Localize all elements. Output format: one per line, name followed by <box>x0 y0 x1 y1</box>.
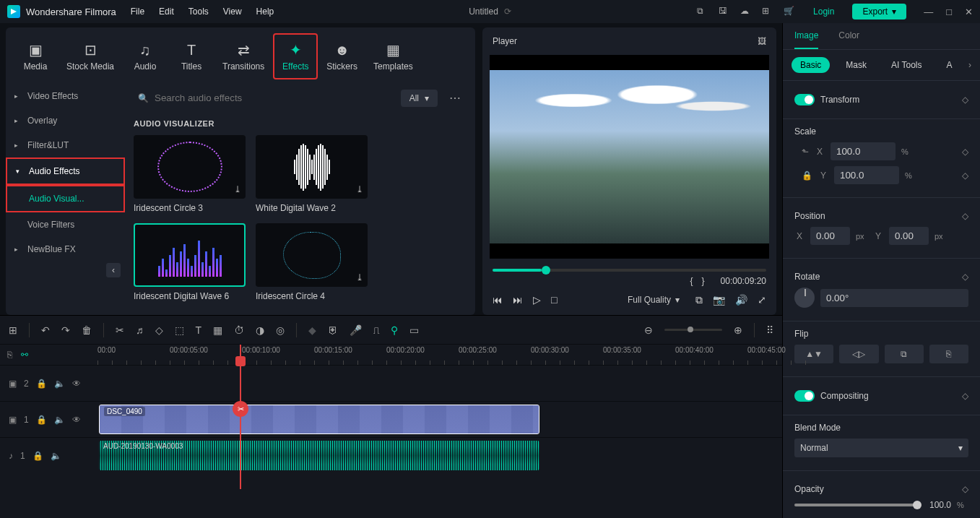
mute-icon[interactable]: 🔈 <box>54 379 65 389</box>
track-lane-video-1[interactable]: DSC_0490 <box>97 402 782 437</box>
display-icon[interactable]: ⧉ <box>695 294 703 306</box>
text-tool-icon[interactable]: T <box>196 324 202 336</box>
color-icon[interactable]: ◑ <box>256 324 264 336</box>
playhead[interactable]: ✂ <box>240 345 241 489</box>
login-button[interactable]: Login <box>805 3 842 20</box>
crop-icon[interactable]: ⬚ <box>175 324 184 336</box>
close-button[interactable]: ✕ <box>965 7 973 17</box>
marker-out[interactable]: } <box>702 276 705 286</box>
cloud-icon[interactable]: ☁ <box>740 6 752 17</box>
menu-view[interactable]: View <box>223 7 242 17</box>
sidebar-item-audio-effects[interactable]: ▾Audio Effects <box>6 157 125 185</box>
playback-slider[interactable] <box>493 269 766 272</box>
keyframe-icon[interactable]: ◇ <box>962 147 968 157</box>
device-icon[interactable]: ⧉ <box>697 6 708 17</box>
enhance-icon[interactable]: ◎ <box>276 324 285 336</box>
keyframe-icon[interactable]: ◇ <box>962 95 968 105</box>
download-icon[interactable]: ⤓ <box>356 184 363 194</box>
zoom-out-button[interactable]: ⊖ <box>644 324 653 336</box>
marker-tool-icon[interactable]: ◆ <box>308 324 316 336</box>
sidebar-item-newblue-fx[interactable]: ▸NewBlue FX <box>6 237 125 262</box>
flip-vertical-button[interactable]: ◁▷ <box>839 345 878 363</box>
download-icon[interactable]: ⤓ <box>234 184 241 194</box>
visibility-icon[interactable]: 👁 <box>72 415 81 425</box>
menu-file[interactable]: File <box>131 7 144 17</box>
redo-button[interactable]: ↷ <box>61 324 70 336</box>
copy-button[interactable]: ⧉ <box>885 345 924 363</box>
delete-button[interactable]: 🗑 <box>82 324 92 336</box>
camera-icon[interactable]: 📷 <box>713 294 725 306</box>
cloud-sync-icon[interactable]: ⟳ <box>504 7 511 17</box>
timeline-options-icon[interactable]: ⎘ <box>7 350 12 360</box>
rotate-input[interactable] <box>820 289 968 307</box>
quality-dropdown[interactable]: Full Quality▾ <box>622 292 685 308</box>
lock-icon[interactable]: 🔒 <box>32 451 43 461</box>
track-lane-video-2[interactable] <box>97 366 782 401</box>
search-input[interactable] <box>155 92 389 103</box>
scroll-tabs-right-icon[interactable]: › <box>968 60 971 70</box>
collapse-sidebar-button[interactable]: ‹ <box>106 263 121 277</box>
cut-button[interactable]: ✂ <box>116 324 124 336</box>
effect-card[interactable]: ⤓ Iridescent Circle 3 <box>134 135 246 213</box>
tag-icon[interactable]: ◇ <box>155 324 163 336</box>
menu-tools[interactable]: Tools <box>188 7 209 17</box>
tab-effects[interactable]: ✦Effects <box>273 33 318 79</box>
inspector-tab-color[interactable]: Color <box>838 30 859 49</box>
effect-card[interactable]: ⤓ White Digital Wave 2 <box>256 135 368 213</box>
export-button[interactable]: Export▾ <box>852 4 906 20</box>
lock-icon[interactable]: 🔒 <box>36 415 47 425</box>
video-clip[interactable]: DSC_0490 <box>99 405 539 434</box>
next-frame-button[interactable]: ⏭ <box>513 294 523 306</box>
download-icon[interactable]: ⤓ <box>356 272 363 282</box>
more-options-button[interactable]: ⋯ <box>445 91 467 105</box>
save-icon[interactable]: 🖫 <box>719 6 730 17</box>
menu-edit[interactable]: Edit <box>159 7 174 17</box>
preview-viewport[interactable] <box>490 55 769 259</box>
audio-clip[interactable]: AUD-20190130-WA0003 <box>99 441 539 470</box>
adjust-icon[interactable]: ▦ <box>213 324 222 336</box>
position-y-input[interactable] <box>889 227 929 245</box>
zoom-slider[interactable] <box>664 329 722 331</box>
blend-mode-select[interactable]: Normal▾ <box>794 439 968 457</box>
menu-help[interactable]: Help <box>256 7 274 17</box>
split-button[interactable]: ✂ <box>233 401 248 417</box>
undo-button[interactable]: ↶ <box>41 324 50 336</box>
magnet-icon[interactable]: ⚲ <box>391 324 398 336</box>
speed-icon[interactable]: ⏱ <box>234 324 244 336</box>
zoom-in-button[interactable]: ⊕ <box>734 324 742 336</box>
mixer-icon[interactable]: ⎍ <box>373 324 379 336</box>
flip-horizontal-button[interactable]: ▲▼ <box>794 345 833 363</box>
link-xy-icon[interactable]: ⬑ <box>802 147 809 157</box>
subtab-mask[interactable]: Mask <box>837 57 875 73</box>
timeline-ruler[interactable]: 00:0000:00:05:0000:00:10:0000:00:15:0000… <box>97 345 782 365</box>
marker-in[interactable]: { <box>690 276 693 286</box>
track-lane-audio-1[interactable]: AUD-20190130-WA0003 <box>97 438 782 473</box>
lock-icon[interactable]: 🔒 <box>36 379 47 389</box>
music-tool-icon[interactable]: ♬ <box>136 324 144 336</box>
mute-icon[interactable]: 🔈 <box>54 415 65 425</box>
tab-stickers[interactable]: ☻Stickers <box>319 33 365 79</box>
keyframe-icon[interactable]: ◇ <box>962 170 968 181</box>
stop-button[interactable]: □ <box>551 294 557 306</box>
link-tracks-icon[interactable]: ⚯ <box>21 350 28 360</box>
mute-icon[interactable]: 🔈 <box>51 451 61 461</box>
apps-icon[interactable]: ⊞ <box>762 6 773 17</box>
keyframe-icon[interactable]: ◇ <box>962 391 968 401</box>
transform-toggle[interactable] <box>794 94 815 105</box>
position-x-input[interactable] <box>810 227 850 245</box>
filter-dropdown[interactable]: All▾ <box>401 90 438 107</box>
keyframe-icon[interactable]: ◇ <box>962 272 968 282</box>
subtab-basic[interactable]: Basic <box>792 57 830 73</box>
tab-media[interactable]: ▣Media <box>13 33 58 79</box>
shield-icon[interactable]: ⛨ <box>328 324 338 336</box>
tab-titles[interactable]: TTitles <box>169 33 214 79</box>
snapshot-icon[interactable]: 🖼 <box>758 36 766 46</box>
tab-transitions[interactable]: ⇄Transitions <box>215 33 272 79</box>
rotate-knob[interactable] <box>794 288 815 308</box>
tab-templates[interactable]: ▦Templates <box>366 33 420 79</box>
lock-ratio-icon[interactable]: 🔒 <box>802 170 812 181</box>
fullscreen-icon[interactable]: ⤢ <box>758 294 766 306</box>
keyframe-icon[interactable]: ◇ <box>962 484 968 494</box>
sidebar-item-overlay[interactable]: ▸Overlay <box>6 108 125 133</box>
compositing-toggle[interactable] <box>794 390 815 402</box>
